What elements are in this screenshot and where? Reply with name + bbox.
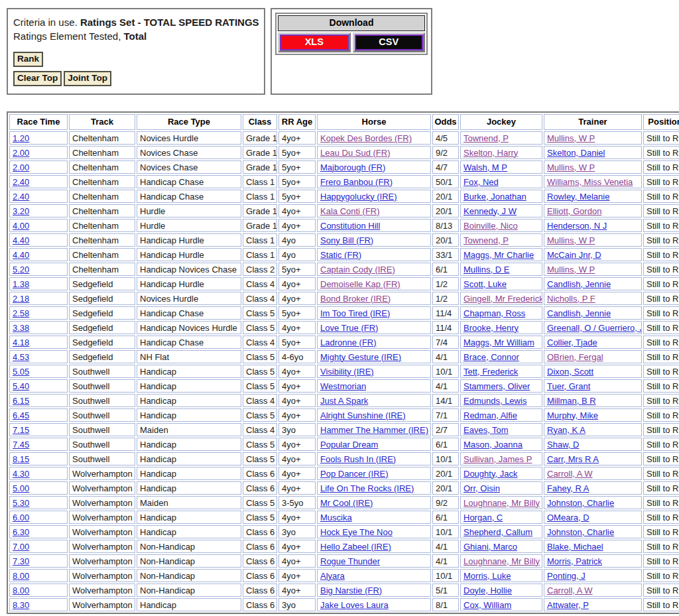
horse-link[interactable]: Big Narstie (FR) bbox=[320, 585, 382, 595]
horse-link[interactable]: Bond Broker (IRE) bbox=[320, 294, 391, 304]
trainer-link[interactable]: McCain Jnr, D bbox=[547, 250, 601, 260]
trainer-link[interactable]: Johnston, Charlie bbox=[547, 527, 614, 537]
jockey-link[interactable]: Horgan, C bbox=[463, 513, 503, 523]
trainer-link[interactable]: Candlish, Jennie bbox=[547, 279, 611, 289]
race-time-link[interactable]: 4.18 bbox=[13, 338, 29, 347]
trainer-link[interactable]: Elliott, Gordon bbox=[547, 206, 601, 216]
horse-link[interactable]: Love True (FR) bbox=[320, 323, 378, 333]
horse-link[interactable]: Life On The Rocks (IRE) bbox=[320, 483, 414, 493]
trainer-link[interactable]: OMeara, D bbox=[547, 513, 589, 523]
trainer-link[interactable]: Candlish, Jennie bbox=[547, 308, 611, 318]
rank-button[interactable]: Rank bbox=[13, 52, 43, 67]
horse-link[interactable]: Constitution Hill bbox=[320, 221, 380, 231]
trainer-link[interactable]: Tuer, Grant bbox=[547, 381, 590, 391]
clear-top-button[interactable]: Clear Top bbox=[13, 71, 62, 86]
horse-link[interactable]: Sony Bill (FR) bbox=[320, 235, 373, 245]
race-time-link[interactable]: 7.30 bbox=[13, 556, 29, 566]
jockey-link[interactable]: Eaves, Tom bbox=[463, 425, 509, 435]
horse-link[interactable]: Muscika bbox=[320, 513, 352, 523]
jockey-link[interactable]: Mason, Joanna bbox=[463, 440, 523, 450]
jockey-link[interactable]: Doyle, Hollie bbox=[463, 585, 512, 595]
trainer-link[interactable]: Mullins, W P bbox=[547, 162, 595, 172]
horse-link[interactable]: Demoiselle Kap (FR) bbox=[320, 279, 401, 289]
jockey-link[interactable]: Brace, Connor bbox=[463, 352, 519, 362]
race-time-link[interactable]: 8.00 bbox=[13, 571, 29, 581]
horse-link[interactable]: Just A Spark bbox=[320, 396, 368, 406]
jockey-link[interactable]: Doughty, Jack bbox=[463, 469, 517, 479]
xls-download-button[interactable]: XLS bbox=[280, 34, 349, 50]
joint-top-button[interactable]: Joint Top bbox=[64, 71, 111, 86]
race-time-link[interactable]: 3.20 bbox=[13, 206, 29, 216]
race-time-link[interactable]: 6.30 bbox=[13, 527, 29, 537]
trainer-link[interactable]: Morris, Patrick bbox=[547, 556, 602, 566]
jockey-link[interactable]: Morris, Luke bbox=[463, 571, 511, 581]
jockey-link[interactable]: Shepherd, Callum bbox=[463, 527, 532, 537]
trainer-link[interactable]: Fahey, R A bbox=[547, 483, 589, 493]
race-time-link[interactable]: 4.40 bbox=[13, 250, 29, 260]
horse-link[interactable]: Alyara bbox=[320, 571, 345, 581]
trainer-link[interactable]: Shaw, D bbox=[547, 440, 579, 450]
race-time-link[interactable]: 6.00 bbox=[13, 513, 29, 523]
race-time-link[interactable]: 6.45 bbox=[13, 410, 29, 420]
horse-link[interactable]: Mighty Gesture (IRE) bbox=[320, 352, 401, 362]
trainer-link[interactable]: Johnston, Charlie bbox=[547, 498, 614, 508]
race-time-link[interactable]: 1.20 bbox=[13, 133, 29, 143]
horse-link[interactable]: Kala Conti (FR) bbox=[320, 206, 380, 216]
trainer-link[interactable]: Ryan, K A bbox=[547, 425, 586, 435]
jockey-link[interactable]: Stammers, Oliver bbox=[463, 381, 530, 391]
jockey-link[interactable]: Maggs, Mr Charlie bbox=[463, 250, 534, 260]
horse-link[interactable]: Im Too Tired (IRE) bbox=[320, 308, 390, 318]
jockey-link[interactable]: Loughnane, Mr Billy bbox=[463, 498, 540, 508]
jockey-link[interactable]: Mullins, D E bbox=[463, 265, 509, 275]
race-time-link[interactable]: 2.58 bbox=[13, 308, 29, 318]
trainer-link[interactable]: Williams, Miss Venetia bbox=[547, 177, 633, 187]
horse-link[interactable]: Alright Sunshine (IRE) bbox=[320, 410, 406, 420]
race-time-link[interactable]: 5.40 bbox=[13, 381, 29, 391]
trainer-link[interactable]: Carroll, A W bbox=[547, 469, 593, 479]
trainer-link[interactable]: Mullins, W P bbox=[547, 265, 595, 275]
horse-link[interactable]: Hock Eye The Noo bbox=[320, 527, 393, 537]
trainer-link[interactable]: OBrien, Fergal bbox=[547, 352, 603, 362]
trainer-link[interactable]: Collier, Tjade bbox=[547, 338, 597, 347]
trainer-link[interactable]: Greenall, O / Guerriero, J bbox=[547, 323, 642, 333]
horse-link[interactable]: Mr Cool (IRE) bbox=[320, 498, 373, 508]
trainer-link[interactable]: Murphy, Mike bbox=[547, 410, 598, 420]
jockey-link[interactable]: Maggs, Mr William bbox=[463, 338, 534, 347]
horse-link[interactable]: Popular Dream bbox=[320, 440, 378, 450]
trainer-link[interactable]: Dixon, Scott bbox=[547, 367, 593, 377]
jockey-link[interactable]: Burke, Jonathan bbox=[463, 192, 526, 202]
jockey-link[interactable]: Townend, P bbox=[463, 133, 509, 143]
race-time-link[interactable]: 2.00 bbox=[13, 148, 29, 158]
horse-link[interactable]: Visibility (IRE) bbox=[320, 367, 374, 377]
horse-link[interactable]: Majborough (FR) bbox=[320, 162, 385, 172]
horse-link[interactable]: Captain Cody (IRE) bbox=[320, 265, 395, 275]
jockey-link[interactable]: Townend, P bbox=[463, 235, 509, 245]
horse-link[interactable]: Rogue Thunder bbox=[320, 556, 380, 566]
race-time-link[interactable]: 4.53 bbox=[13, 352, 29, 362]
race-time-link[interactable]: 8.00 bbox=[13, 585, 29, 595]
race-time-link[interactable]: 5.30 bbox=[13, 498, 29, 508]
horse-link[interactable]: Westmorian bbox=[320, 381, 366, 391]
trainer-link[interactable]: Attwater, P bbox=[547, 600, 589, 610]
jockey-link[interactable]: Redman, Alfie bbox=[463, 410, 517, 420]
race-time-link[interactable]: 1.38 bbox=[13, 279, 29, 289]
jockey-link[interactable]: Gingell, Mr Frederick bbox=[463, 294, 542, 304]
race-time-link[interactable]: 2.00 bbox=[13, 162, 29, 172]
race-time-link[interactable]: 4.30 bbox=[13, 469, 29, 479]
race-time-link[interactable]: 4.00 bbox=[13, 221, 29, 231]
race-time-link[interactable]: 7.15 bbox=[13, 425, 29, 435]
jockey-link[interactable]: Edmunds, Lewis bbox=[463, 396, 526, 406]
horse-link[interactable]: Kopek Des Bordes (FR) bbox=[320, 133, 412, 143]
horse-link[interactable]: Hello Zabeel (IRE) bbox=[320, 542, 391, 552]
race-time-link[interactable]: 8.15 bbox=[13, 454, 29, 464]
jockey-link[interactable]: Ghiani, Marco bbox=[463, 542, 517, 552]
race-time-link[interactable]: 2.18 bbox=[13, 294, 29, 304]
race-time-link[interactable]: 3.38 bbox=[13, 323, 29, 333]
horse-link[interactable]: Happygolucky (IRE) bbox=[320, 192, 397, 202]
race-time-link[interactable]: 5.00 bbox=[13, 483, 29, 493]
race-time-link[interactable]: 2.40 bbox=[13, 192, 29, 202]
jockey-link[interactable]: Skelton, Harry bbox=[463, 148, 518, 158]
race-time-link[interactable]: 5.20 bbox=[13, 265, 29, 275]
jockey-link[interactable]: Cox, William bbox=[463, 600, 511, 610]
trainer-link[interactable]: Blake, Michael bbox=[547, 542, 603, 552]
